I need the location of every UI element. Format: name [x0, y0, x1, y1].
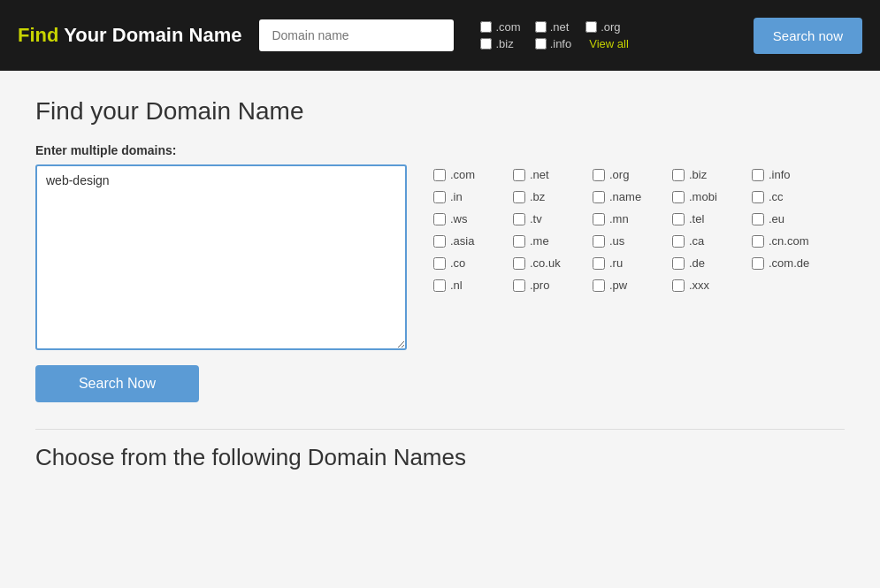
tld-xxx[interactable]: .xxx [672, 279, 752, 292]
checkbox-nl[interactable] [433, 279, 446, 292]
checkbox-cncom[interactable] [752, 235, 764, 248]
checkbox-comde[interactable] [752, 257, 764, 270]
domain-textarea[interactable]: web-design [35, 164, 407, 350]
checkbox-net[interactable] [513, 169, 525, 181]
tld-cc[interactable]: .cc [752, 190, 831, 203]
tld-net[interactable]: .net [513, 168, 593, 181]
main-content: Find your Domain Name Enter multiple dom… [0, 71, 880, 588]
checkbox-de[interactable] [672, 257, 685, 270]
tld-cncom[interactable]: .cn.com [752, 234, 831, 248]
header-title-rest: Your Domain Name [58, 24, 241, 46]
tld-bz[interactable]: .bz [513, 190, 593, 203]
tld-de[interactable]: .de [672, 256, 752, 270]
checkbox-ca[interactable] [672, 235, 685, 248]
header-tld-com[interactable]: .com [480, 20, 520, 34]
header-checkbox-info[interactable] [535, 38, 547, 50]
checkbox-pro[interactable] [513, 279, 525, 292]
checkbox-co[interactable] [433, 257, 446, 270]
tld-mobi[interactable]: .mobi [672, 190, 752, 203]
domain-textarea-wrap: web-design Search Now [35, 164, 407, 402]
checkbox-info[interactable] [752, 169, 764, 181]
checkbox-org[interactable] [593, 169, 605, 181]
checkbox-com[interactable] [433, 169, 446, 181]
header-search-input[interactable] [259, 19, 454, 51]
view-all-link[interactable]: View all [589, 37, 629, 50]
tld-name[interactable]: .name [593, 190, 672, 203]
section-title: Choose from the following Domain Names [35, 429, 845, 471]
checkbox-bz[interactable] [513, 191, 525, 203]
header-tld-org[interactable]: .org [585, 20, 629, 34]
domain-form-row: web-design Search Now .com .net .org .bi… [35, 164, 845, 402]
tld-pw[interactable]: .pw [593, 279, 672, 292]
header-checkbox-net[interactable] [535, 21, 547, 33]
tld-info[interactable]: .info [752, 168, 831, 181]
checkbox-us[interactable] [593, 235, 605, 248]
checkbox-biz[interactable] [672, 169, 685, 181]
checkbox-tel[interactable] [672, 213, 685, 225]
tld-org[interactable]: .org [593, 168, 672, 181]
page-title: Find your Domain Name [35, 97, 845, 126]
checkbox-ws[interactable] [433, 213, 446, 225]
checkbox-eu[interactable] [752, 213, 764, 225]
checkbox-name[interactable] [593, 191, 605, 203]
header: Find Your Domain Name .com .net .org .bi… [0, 0, 880, 71]
header-title: Find Your Domain Name [18, 24, 241, 47]
checkbox-me[interactable] [513, 235, 525, 248]
tld-ru[interactable]: .ru [593, 256, 672, 270]
checkbox-in[interactable] [433, 191, 446, 203]
header-tld-net[interactable]: .net [535, 20, 572, 34]
header-tld-biz[interactable]: .biz [480, 37, 520, 50]
tld-placeholder [752, 279, 831, 292]
tld-eu[interactable]: .eu [752, 212, 831, 225]
tld-tel[interactable]: .tel [672, 212, 752, 225]
tld-grid: .com .net .org .biz .info .in .bz .name … [433, 164, 831, 292]
tld-pro[interactable]: .pro [513, 279, 593, 292]
tld-ca[interactable]: .ca [672, 234, 752, 248]
checkbox-asia[interactable] [433, 235, 446, 248]
tld-asia[interactable]: .asia [433, 234, 513, 248]
checkbox-pw[interactable] [593, 279, 605, 292]
header-checkbox-biz[interactable] [480, 38, 492, 50]
checkbox-mobi[interactable] [672, 191, 685, 203]
checkbox-cc[interactable] [752, 191, 764, 203]
header-title-find: Find [18, 24, 58, 46]
tld-nl[interactable]: .nl [433, 279, 513, 292]
checkbox-ru[interactable] [593, 257, 605, 270]
tld-ws[interactable]: .ws [433, 212, 513, 225]
tld-tv[interactable]: .tv [513, 212, 593, 225]
tld-mn[interactable]: .mn [593, 212, 672, 225]
checkbox-xxx[interactable] [672, 279, 685, 292]
checkbox-mn[interactable] [593, 213, 605, 225]
header-search-button[interactable]: Search now [754, 18, 862, 54]
tld-in[interactable]: .in [433, 190, 513, 203]
form-label: Enter multiple domains: [35, 143, 845, 157]
tld-com[interactable]: .com [433, 168, 513, 181]
header-tld-info[interactable]: .info [535, 37, 572, 50]
search-now-button[interactable]: Search Now [35, 365, 199, 402]
tld-me[interactable]: .me [513, 234, 593, 248]
checkbox-tv[interactable] [513, 213, 525, 225]
header-checkbox-com[interactable] [480, 21, 492, 33]
tld-comde[interactable]: .com.de [752, 256, 831, 270]
header-tlds: .com .net .org .biz .info View all [480, 20, 628, 50]
tld-co[interactable]: .co [433, 256, 513, 270]
checkbox-couk[interactable] [513, 257, 525, 270]
tld-biz[interactable]: .biz [672, 168, 752, 181]
tld-us[interactable]: .us [593, 234, 672, 248]
tld-couk[interactable]: .co.uk [513, 256, 593, 270]
header-checkbox-org[interactable] [585, 21, 597, 33]
